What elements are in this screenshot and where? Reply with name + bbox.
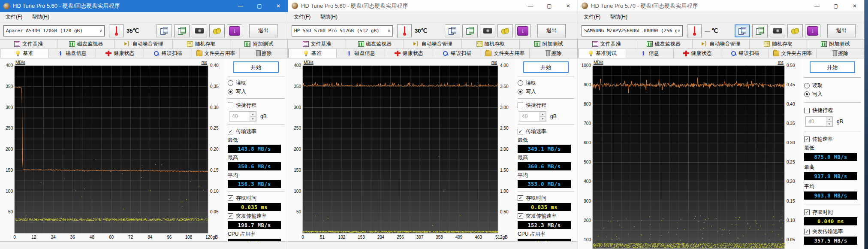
camera-button[interactable] (192, 24, 207, 37)
spinner-up-icon[interactable]: ▲ (250, 112, 256, 116)
access-time-checkbox[interactable] (228, 195, 233, 201)
spinner-arrows[interactable]: ▲▼ (250, 112, 256, 121)
tab-scan[interactable]: 错误扫描 (721, 49, 769, 58)
tab-benchmark-bulb[interactable]: 基准 (0, 49, 48, 58)
start-button[interactable]: 开始 (233, 61, 279, 73)
write-radio[interactable] (228, 89, 233, 94)
tab-info[interactable]: 磁盘信息 (48, 49, 96, 58)
tab-erase[interactable]: 擦除 (240, 49, 288, 58)
access-time-checkbox[interactable] (518, 195, 523, 201)
menu-file[interactable]: 文件(F) (290, 12, 314, 22)
tab-extra-tests[interactable]: 附加测试 (807, 39, 864, 49)
spinner-down-icon[interactable]: ▼ (250, 116, 256, 121)
hands-button[interactable] (209, 24, 225, 37)
copy-image-button[interactable] (462, 24, 478, 37)
short-stroke-checkbox[interactable] (518, 103, 523, 108)
tab-erase[interactable]: 擦除 (817, 49, 864, 58)
tab-extra-tests[interactable]: 附加测试 (230, 39, 288, 49)
minimize-button[interactable]: — (808, 0, 826, 12)
copy-button[interactable] (735, 24, 750, 37)
tab-extra-tests[interactable]: 附加测试 (520, 39, 578, 49)
tab-health[interactable]: 健康状态 (385, 49, 433, 58)
spinner-down-icon[interactable]: ▼ (539, 116, 546, 121)
tab-scan[interactable]: 错误扫描 (433, 49, 481, 58)
copy-image-button[interactable] (174, 24, 190, 37)
menu-help[interactable]: 帮助(H) (28, 12, 53, 22)
download-button[interactable] (227, 24, 242, 37)
copy-button[interactable] (445, 24, 460, 37)
titlebar[interactable]: HD Tune Pro 5.60 - 硬盘/固态硬盘实用程序 — ▢ ✕ (288, 0, 578, 12)
tab-info[interactable]: 信息 (626, 49, 674, 58)
minimize-button[interactable]: — (231, 0, 250, 12)
spinner-arrows[interactable]: ▲▼ (826, 117, 832, 126)
tab-aam[interactable]: 自动噪音管理 (693, 39, 750, 49)
tab-info[interactable]: 磁盘信息 (337, 49, 385, 58)
access-time-checkbox[interactable] (804, 210, 810, 215)
close-button[interactable]: ✕ (559, 0, 578, 12)
tab-benchmark-bulb[interactable]: 基准 (288, 49, 337, 58)
tab-random-access[interactable]: 随机存取 (462, 39, 520, 49)
tab-aam[interactable]: 自动噪音管理 (404, 39, 462, 49)
short-stroke-checkbox[interactable] (804, 108, 810, 113)
spinner-up-icon[interactable]: ▲ (826, 117, 832, 121)
tab-folder[interactable]: 文件夹占用率 (769, 49, 817, 58)
tab-aam[interactable]: 自动噪音管理 (115, 39, 172, 49)
burst-rate-checkbox[interactable] (804, 229, 810, 234)
burst-rate-checkbox[interactable] (228, 213, 233, 219)
download-button[interactable] (515, 24, 530, 37)
hands-button[interactable] (787, 24, 803, 37)
tab-benchmark-bulb[interactable]: 基准测试 (578, 49, 626, 58)
menu-file[interactable]: 文件(F) (580, 12, 604, 22)
tab-disk-monitor[interactable]: 磁盘监视器 (635, 39, 692, 49)
spinner-up-icon[interactable]: ▲ (539, 112, 546, 116)
start-button[interactable]: 开始 (523, 61, 569, 73)
start-button[interactable]: 开始 (810, 61, 855, 73)
exit-button[interactable]: 退出 (249, 24, 277, 37)
tab-disk-monitor[interactable]: 磁盘监视器 (57, 39, 115, 49)
close-button[interactable]: ✕ (845, 0, 864, 12)
minimize-button[interactable]: — (521, 0, 540, 12)
read-radio[interactable] (228, 80, 233, 86)
camera-button[interactable] (480, 24, 495, 37)
tab-erase[interactable]: 擦除 (530, 49, 578, 58)
tab-random-access[interactable]: 随机存取 (173, 39, 230, 49)
camera-button[interactable] (770, 24, 785, 37)
menu-help[interactable]: 帮助(H) (606, 12, 631, 22)
copy-button[interactable] (157, 24, 172, 37)
exit-button[interactable]: 退出 (827, 24, 856, 37)
tab-scan[interactable]: 错误扫描 (144, 49, 192, 58)
write-radio[interactable] (804, 91, 810, 97)
short-stroke-checkbox[interactable] (228, 103, 233, 108)
write-radio[interactable] (518, 89, 523, 94)
tab-folder[interactable]: 文件夹占用率 (481, 49, 529, 58)
transfer-rate-checkbox[interactable] (804, 137, 810, 142)
tab-random-access[interactable]: 随机存取 (750, 39, 807, 49)
menu-help[interactable]: 帮助(H) (316, 12, 341, 22)
download-button[interactable] (805, 24, 820, 37)
tab-file-benchmark[interactable]: 文件基准 (288, 39, 346, 49)
tab-disk-monitor[interactable]: 磁盘监视器 (346, 39, 404, 49)
tab-file-benchmark[interactable]: 文件基准 (0, 39, 57, 49)
close-button[interactable]: ✕ (269, 0, 288, 12)
stroke-size-spinner[interactable]: 40 ▲▼ (229, 111, 256, 121)
copy-image-button[interactable] (752, 24, 768, 37)
transfer-rate-checkbox[interactable] (518, 129, 523, 134)
drive-selector[interactable]: SAMSUNG MZVPV256HDGL-00000 (256 g ∨ (582, 25, 683, 36)
maximize-button[interactable]: ▢ (540, 0, 559, 12)
menu-file[interactable]: 文件(F) (2, 12, 26, 22)
read-radio[interactable] (804, 83, 810, 88)
transfer-rate-checkbox[interactable] (228, 129, 233, 134)
stroke-size-spinner[interactable]: 40 ▲▼ (519, 111, 546, 121)
spinner-arrows[interactable]: ▲▼ (539, 112, 546, 121)
maximize-button[interactable]: ▢ (250, 0, 269, 12)
drive-selector[interactable]: HP SSD S700 Pro 512GB (512 gB) ∨ (292, 25, 393, 36)
tab-file-benchmark[interactable]: 文件基准 (578, 39, 635, 49)
temperature-button[interactable] (687, 24, 702, 37)
read-radio[interactable] (518, 80, 523, 86)
drive-selector[interactable]: Apacer AS340 120GB (120 gB) ∨ (3, 25, 105, 36)
stroke-size-spinner[interactable]: 40 ▲▼ (805, 116, 833, 127)
spinner-down-icon[interactable]: ▼ (826, 121, 832, 126)
hands-button[interactable] (497, 24, 513, 37)
titlebar[interactable]: HD Tune Pro 5.60 - 硬盘/固态硬盘实用程序 — ▢ ✕ (0, 0, 288, 12)
burst-rate-checkbox[interactable] (518, 213, 523, 219)
